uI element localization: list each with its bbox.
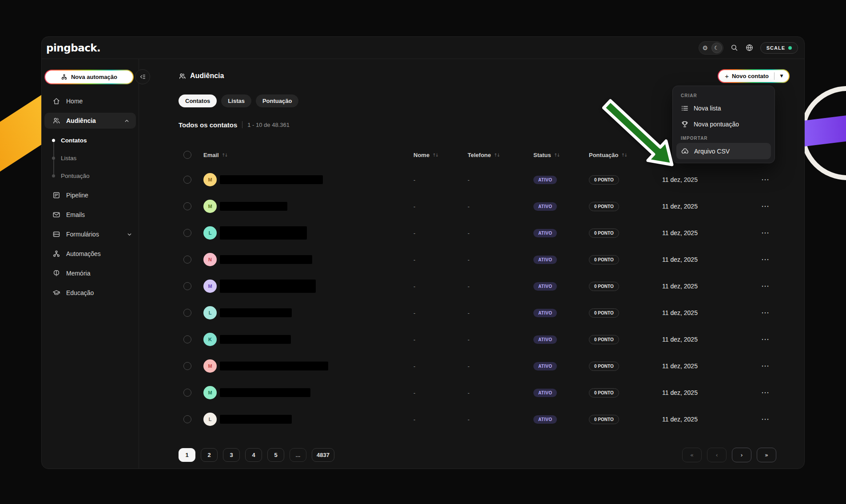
sidebar-collapse-button[interactable]	[135, 69, 150, 84]
scale-plan-label: SCALE	[767, 45, 785, 51]
brain-icon	[52, 269, 60, 277]
page-button-4[interactable]: 4	[245, 448, 262, 462]
menu-item-arquivo-csv[interactable]: Arquivo CSV	[676, 143, 771, 159]
table-row: M - - ATIVO 0 PONTO 11 dez, 2025 ⋯	[179, 379, 790, 406]
last-page-button[interactable]: »	[757, 448, 776, 462]
sidebar-item-audiencia[interactable]: Audiência	[44, 113, 136, 129]
button-divider	[774, 72, 775, 80]
cell-nome: -	[413, 416, 468, 423]
page-button-1[interactable]: 1	[179, 448, 195, 462]
chevron-up-icon	[124, 118, 130, 124]
sidebar-item-formularios[interactable]: Formulários	[42, 224, 139, 244]
column-telefone[interactable]: Telefone↑↓	[468, 152, 533, 158]
column-nome[interactable]: Nome↑↓	[413, 152, 468, 158]
list-icon	[681, 104, 689, 112]
new-contact-label: Novo contato	[732, 73, 769, 79]
search-icon[interactable]	[730, 43, 739, 52]
cell-nome: -	[413, 390, 468, 396]
sidebar-item-emails[interactable]: Emails	[42, 205, 139, 224]
row-actions-button[interactable]: ⋯	[761, 204, 769, 209]
sort-icon[interactable]: ↑↓	[494, 153, 500, 158]
kanban-icon	[52, 191, 60, 199]
sidebar-item-contatos[interactable]: Contatos	[42, 131, 139, 149]
cell-telefone: -	[468, 230, 533, 236]
previous-page-button[interactable]: ‹	[707, 448, 727, 462]
dark-mode-moon-icon[interactable]: ☾	[711, 43, 722, 53]
sidebar: Nova automação Home Audiência Contatos	[42, 59, 139, 469]
row-actions-button[interactable]: ⋯	[761, 390, 769, 395]
scale-plan-badge[interactable]: SCALE	[760, 42, 798, 54]
row-checkbox[interactable]	[183, 309, 191, 317]
column-email[interactable]: Email↑↓	[196, 152, 413, 158]
page-button-3[interactable]: 3	[223, 448, 240, 462]
row-checkbox[interactable]	[183, 415, 191, 423]
row-checkbox[interactable]	[183, 282, 191, 290]
tab-contatos[interactable]: Contatos	[179, 94, 217, 107]
globe-language-icon[interactable]	[745, 43, 754, 52]
theme-toggle[interactable]: ⚙ ☾	[699, 41, 723, 55]
page-title: Audiência	[179, 72, 224, 80]
row-checkbox[interactable]	[183, 389, 191, 397]
row-actions-button[interactable]: ⋯	[761, 311, 769, 315]
bullet-dot	[52, 139, 55, 142]
summary-divider	[242, 121, 242, 128]
select-all-checkbox[interactable]	[183, 151, 191, 159]
sidebar-item-label: Contatos	[61, 137, 87, 144]
redacted-email	[220, 175, 323, 184]
cell-date: 11 dez, 2025	[662, 256, 761, 263]
sidebar-item-home[interactable]: Home	[42, 91, 139, 111]
row-actions-button[interactable]: ⋯	[761, 177, 769, 182]
new-contact-caret[interactable]: ▼	[775, 74, 788, 78]
status-badge: ATIVO	[533, 335, 557, 344]
sort-icon[interactable]: ↑↓	[222, 153, 227, 158]
cell-nome: -	[413, 203, 468, 210]
page-button-2[interactable]: 2	[201, 448, 218, 462]
avatar: L	[203, 226, 217, 240]
redacted-email	[220, 362, 328, 370]
row-checkbox[interactable]	[183, 362, 191, 370]
sidebar-item-educacao[interactable]: Educação	[42, 283, 139, 303]
cell-date: 11 dez, 2025	[662, 336, 761, 343]
redacted-email	[220, 226, 307, 240]
sidebar-item-pipeline[interactable]: Pipeline	[42, 185, 139, 205]
row-actions-button[interactable]: ⋯	[761, 284, 769, 288]
redacted-email	[220, 255, 312, 264]
new-automation-button[interactable]: Nova automação	[44, 70, 134, 84]
row-checkbox[interactable]	[183, 176, 191, 184]
table-row: L - - ATIVO 0 PONTO 11 dez, 2025 ⋯	[179, 220, 790, 246]
tab-pontuacao[interactable]: Pontuação	[256, 94, 298, 107]
sidebar-item-listas[interactable]: Listas	[42, 149, 139, 167]
avatar: L	[203, 413, 217, 426]
row-checkbox[interactable]	[183, 202, 191, 210]
page-ellipsis: ...	[290, 448, 306, 462]
first-page-button[interactable]: «	[682, 448, 702, 462]
sort-icon[interactable]: ↑↓	[432, 153, 438, 158]
sort-icon[interactable]: ↑↓	[554, 153, 560, 158]
row-actions-button[interactable]: ⋯	[761, 337, 769, 342]
next-page-button[interactable]: ›	[732, 448, 751, 462]
tab-listas[interactable]: Listas	[221, 94, 251, 107]
sidebar-item-pontuacao[interactable]: Pontuação	[42, 167, 139, 185]
row-checkbox[interactable]	[183, 229, 191, 237]
pingback-logo[interactable]: pingback.	[46, 42, 100, 54]
page-button-5[interactable]: 5	[267, 448, 284, 462]
row-actions-button[interactable]: ⋯	[761, 417, 769, 421]
row-actions-button[interactable]: ⋯	[761, 231, 769, 235]
row-actions-button[interactable]: ⋯	[761, 257, 769, 262]
row-checkbox[interactable]	[183, 256, 191, 264]
menu-item-nova-lista[interactable]: Nova lista	[676, 100, 771, 116]
sidebar-item-automacoes[interactable]: Automações	[42, 244, 139, 264]
settings-gear-icon[interactable]: ⚙	[700, 43, 711, 53]
menu-item-nova-pontuacao[interactable]: Nova pontuação	[676, 116, 771, 132]
cell-date: 11 dez, 2025	[662, 362, 761, 370]
home-icon	[52, 97, 60, 105]
redacted-email	[220, 202, 287, 211]
column-status[interactable]: Status↑↓	[533, 152, 589, 158]
row-actions-button[interactable]: ⋯	[761, 364, 769, 368]
page-button-last[interactable]: 4837	[312, 448, 334, 462]
cell-date: 11 dez, 2025	[662, 416, 761, 423]
row-checkbox[interactable]	[183, 335, 191, 343]
sidebar-item-memoria[interactable]: Memória	[42, 264, 139, 283]
new-contact-button[interactable]: + Novo contato ▼	[718, 69, 790, 83]
cell-date: 11 dez, 2025	[662, 389, 761, 396]
